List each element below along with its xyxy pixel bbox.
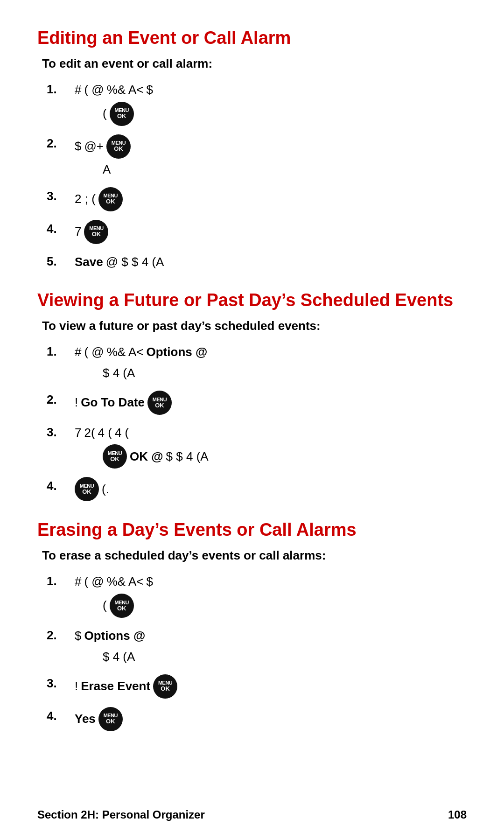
menu-ok-button: MENU OK bbox=[103, 444, 127, 469]
menu-ok-button: MENU OK bbox=[84, 220, 108, 244]
step-line: 7 2( 4 ( 4 ( bbox=[75, 423, 209, 443]
section-intro-view: To view a future or past day’s scheduled… bbox=[42, 319, 467, 333]
step-item: 3. 7 2( 4 ( 4 ( MENU OK OK @ $ $ 4 (A bbox=[47, 423, 467, 469]
step-line: ! Go To Date MENU OK bbox=[75, 391, 172, 415]
step-line: $ @+ MENU OK bbox=[75, 134, 131, 159]
step-item: 1. # ( @ %& A< Options @ $ 4 (A bbox=[47, 343, 467, 382]
steps-list-edit: 1. # ( @ %& A< $ ( MENU OK 2. bbox=[47, 80, 467, 272]
step-item: 2. ! Go To Date MENU OK bbox=[47, 391, 467, 415]
menu-ok-button: MENU OK bbox=[153, 674, 177, 699]
step-continuation: $ 4 (A bbox=[103, 364, 207, 382]
step-line: MENU OK (. bbox=[75, 477, 109, 501]
section-intro-erase: To erase a scheduled day’s events or cal… bbox=[42, 548, 467, 563]
menu-ok-button: MENU OK bbox=[110, 594, 134, 618]
step-number: 2. bbox=[47, 391, 75, 409]
step-line: Yes MENU OK bbox=[75, 707, 123, 731]
step-number: 3. bbox=[47, 187, 75, 205]
step-item: 1. # ( @ %& A< $ ( MENU OK bbox=[47, 572, 467, 618]
step-line: # ( @ %& A< $ bbox=[75, 80, 153, 100]
step-line: # ( @ %& A< $ bbox=[75, 572, 153, 592]
step-content: Yes MENU OK bbox=[75, 707, 123, 731]
step-line: 2 ; ( MENU OK bbox=[75, 187, 123, 211]
steps-list-view: 1. # ( @ %& A< Options @ $ 4 (A 2. ! Go … bbox=[47, 343, 467, 501]
step-number: 5. bbox=[47, 252, 75, 271]
step-continuation: ( MENU OK bbox=[103, 594, 153, 618]
step-number: 3. bbox=[47, 674, 75, 693]
step-line: ! Erase Event MENU OK bbox=[75, 674, 177, 699]
section-title-erase: Erasing a Day’s Events or Call Alarms bbox=[37, 520, 467, 540]
step-item: 2. $ Options @ $ 4 (A bbox=[47, 626, 467, 666]
step-content: $ Options @ $ 4 (A bbox=[75, 626, 145, 666]
step-item: 2. $ @+ MENU OK A bbox=[47, 134, 467, 179]
step-content: # ( @ %& A< $ ( MENU OK bbox=[75, 80, 153, 126]
step-item: 4. Yes MENU OK bbox=[47, 707, 467, 731]
step-number: 2. bbox=[47, 134, 75, 153]
step-item: 4. 7 MENU OK bbox=[47, 220, 467, 244]
section-title-view: Viewing a Future or Past Day’s Scheduled… bbox=[37, 290, 467, 310]
step-number: 1. bbox=[47, 343, 75, 361]
step-number: 3. bbox=[47, 423, 75, 441]
step-content: $ @+ MENU OK A bbox=[75, 134, 131, 179]
step-continuation: A bbox=[103, 161, 131, 179]
menu-ok-button: MENU OK bbox=[75, 477, 99, 501]
step-continuation: ( MENU OK bbox=[103, 102, 153, 126]
menu-ok-button: MENU OK bbox=[98, 187, 123, 211]
footer-right: 108 bbox=[448, 808, 467, 821]
step-item: 5. Save @ $ $ 4 (A bbox=[47, 252, 467, 272]
step-line: # ( @ %& A< Options @ bbox=[75, 343, 207, 362]
step-line: 7 MENU OK bbox=[75, 220, 108, 244]
step-item: 3. 2 ; ( MENU OK bbox=[47, 187, 467, 211]
step-item: 1. # ( @ %& A< $ ( MENU OK bbox=[47, 80, 467, 126]
menu-ok-button: MENU OK bbox=[147, 391, 172, 415]
step-content: Save @ $ $ 4 (A bbox=[75, 252, 164, 272]
menu-ok-button: MENU OK bbox=[106, 134, 131, 159]
step-number: 4. bbox=[47, 707, 75, 725]
menu-ok-button: MENU OK bbox=[98, 707, 123, 731]
step-number: 1. bbox=[47, 80, 75, 98]
step-number: 2. bbox=[47, 626, 75, 644]
step-content: 7 MENU OK bbox=[75, 220, 108, 244]
step-content: 7 2( 4 ( 4 ( MENU OK OK @ $ $ 4 (A bbox=[75, 423, 209, 469]
step-content: ! Go To Date MENU OK bbox=[75, 391, 172, 415]
step-line: Save @ $ $ 4 (A bbox=[75, 252, 164, 272]
step-content: # ( @ %& A< $ ( MENU OK bbox=[75, 572, 153, 618]
step-line: $ Options @ bbox=[75, 626, 145, 646]
step-content: # ( @ %& A< Options @ $ 4 (A bbox=[75, 343, 207, 382]
step-number: 4. bbox=[47, 220, 75, 238]
step-item: 3. ! Erase Event MENU OK bbox=[47, 674, 467, 699]
step-item: 4. MENU OK (. bbox=[47, 477, 467, 501]
section-title-edit: Editing an Event or Call Alarm bbox=[37, 28, 467, 48]
step-continuation: $ 4 (A bbox=[103, 648, 145, 666]
menu-ok-button: MENU OK bbox=[110, 102, 134, 126]
page-footer: Section 2H: Personal Organizer 108 bbox=[37, 808, 467, 821]
step-content: MENU OK (. bbox=[75, 477, 109, 501]
step-content: ! Erase Event MENU OK bbox=[75, 674, 177, 699]
steps-list-erase: 1. # ( @ %& A< $ ( MENU OK 2. bbox=[47, 572, 467, 731]
step-number: 4. bbox=[47, 477, 75, 495]
section-intro-edit: To edit an event or call alarm: bbox=[42, 56, 467, 71]
step-continuation: MENU OK OK @ $ $ 4 (A bbox=[103, 444, 209, 469]
footer-left: Section 2H: Personal Organizer bbox=[37, 808, 205, 821]
page-content: Editing an Event or Call Alarm To edit a… bbox=[0, 0, 504, 786]
step-number: 1. bbox=[47, 572, 75, 590]
step-content: 2 ; ( MENU OK bbox=[75, 187, 123, 211]
